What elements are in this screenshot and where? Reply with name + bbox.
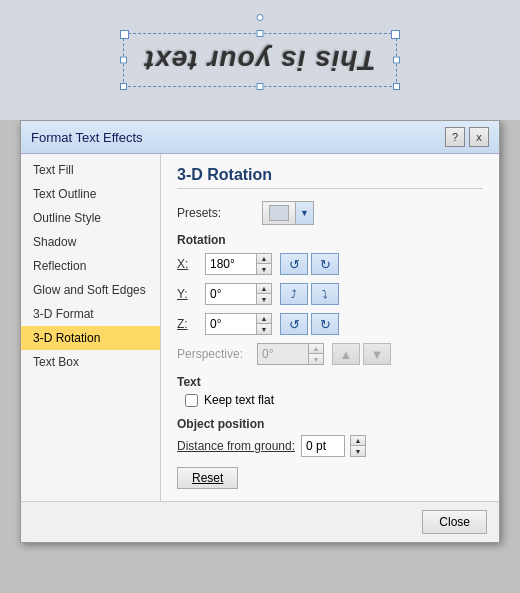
perspective-spin-down: ▼ [308, 354, 324, 365]
x-rotate-right-icon: ↻ [320, 257, 331, 272]
sidebar-item-text-outline[interactable]: Text Outline [21, 182, 160, 206]
perspective-input [257, 343, 309, 365]
sidebar-item-glow-soft-edges[interactable]: Glow and Soft Edges [21, 278, 160, 302]
rotation-section-label: Rotation [177, 233, 483, 247]
x-spin-down[interactable]: ▼ [256, 264, 272, 275]
perspective-btns: ▲ ▼ [332, 343, 391, 365]
perspective-label: Perspective: [177, 347, 257, 361]
handle-middle-right[interactable] [393, 57, 400, 64]
obj-position-label: Object position [177, 417, 483, 431]
dialog-titlebar: Format Text Effects ? x [21, 121, 499, 154]
x-rotate-left-icon: ↺ [289, 257, 300, 272]
z-rotate-btns: ↺ ↻ [280, 313, 339, 335]
handle-middle-left[interactable] [120, 57, 127, 64]
x-spin-buttons: ▲ ▼ [256, 253, 272, 275]
y-spin-buttons: ▲ ▼ [256, 283, 272, 305]
y-rotate-up-btn[interactable]: ⤴ [280, 283, 308, 305]
presets-label: Presets: [177, 206, 262, 220]
z-spin-up[interactable]: ▲ [256, 313, 272, 324]
handle-bottom-left[interactable] [120, 83, 127, 90]
z-label[interactable]: Z: [177, 317, 205, 331]
keep-text-flat-checkbox[interactable] [185, 394, 198, 407]
y-label[interactable]: Y: [177, 287, 205, 301]
x-label[interactable]: X: [177, 257, 205, 271]
help-button[interactable]: ? [445, 127, 465, 147]
presets-swatch [269, 205, 289, 221]
dropdown-arrow-icon: ▼ [300, 208, 309, 218]
handle-top[interactable] [257, 30, 264, 37]
sidebar-item-reflection[interactable]: Reflection [21, 254, 160, 278]
sidebar-item-shadow[interactable]: Shadow [21, 230, 160, 254]
reset-button[interactable]: Reset [177, 467, 238, 489]
sidebar-item-outline-style[interactable]: Outline Style [21, 206, 160, 230]
distance-input[interactable] [301, 435, 345, 457]
x-rotate-right-btn[interactable]: ↻ [311, 253, 339, 275]
object-position-section: Object position Distance from ground: ▲ … [177, 417, 483, 489]
handle-bottom-right[interactable] [393, 83, 400, 90]
sidebar-item-3d-rotation[interactable]: 3-D Rotation [21, 326, 160, 350]
keep-text-flat-label: Keep text flat [204, 393, 274, 407]
presets-button[interactable] [262, 201, 296, 225]
canvas-area: This is your text [0, 0, 520, 120]
presets-row: Presets: ▼ [177, 201, 483, 225]
y-input[interactable] [205, 283, 257, 305]
perspective-btn-down: ▼ [363, 343, 391, 365]
distance-label[interactable]: Distance from ground: [177, 439, 295, 453]
text-section-label: Text [177, 375, 483, 389]
perspective-btn-up: ▲ [332, 343, 360, 365]
text-preview-box: This is your text [123, 33, 397, 87]
distance-from-ground-row: Distance from ground: ▲ ▼ [177, 435, 483, 457]
x-rotate-btns: ↺ ↻ [280, 253, 339, 275]
format-text-effects-dialog: Format Text Effects ? x Text Fill Text O… [20, 120, 500, 543]
x-input[interactable] [205, 253, 257, 275]
sidebar-item-text-box[interactable]: Text Box [21, 350, 160, 374]
x-spin-up[interactable]: ▲ [256, 253, 272, 264]
y-rotation-row: Y: ▲ ▼ ⤴ ⤵ [177, 283, 483, 305]
distance-spin-down[interactable]: ▼ [350, 446, 366, 457]
distance-spin-buttons: ▲ ▼ [350, 435, 366, 457]
dialog-controls: ? x [445, 127, 489, 147]
handle-bottom[interactable] [257, 83, 264, 90]
perspective-spin-up: ▲ [308, 343, 324, 354]
dialog-title: Format Text Effects [31, 130, 143, 145]
text-preview: This is your text [144, 44, 376, 76]
y-spin-up[interactable]: ▲ [256, 283, 272, 294]
dialog-footer: Close [21, 501, 499, 542]
main-content: 3-D Rotation Presets: ▼ Rotation X: ▲ [161, 154, 499, 501]
rotate-handle[interactable] [257, 14, 264, 21]
z-spin-down[interactable]: ▼ [256, 324, 272, 335]
y-rotate-down-btn[interactable]: ⤵ [311, 283, 339, 305]
x-rotate-left-btn[interactable]: ↺ [280, 253, 308, 275]
z-spin-buttons: ▲ ▼ [256, 313, 272, 335]
section-title: 3-D Rotation [177, 166, 483, 189]
sidebar: Text Fill Text Outline Outline Style Sha… [21, 154, 161, 501]
perspective-row: Perspective: ▲ ▼ ▲ ▼ [177, 343, 483, 365]
y-spin-down[interactable]: ▼ [256, 294, 272, 305]
sidebar-item-text-fill[interactable]: Text Fill [21, 158, 160, 182]
sidebar-item-3d-format[interactable]: 3-D Format [21, 302, 160, 326]
footer-close-button[interactable]: Close [422, 510, 487, 534]
presets-dropdown-arrow[interactable]: ▼ [296, 201, 314, 225]
y-rotate-btns: ⤴ ⤵ [280, 283, 339, 305]
text-section: Text Keep text flat [177, 375, 483, 407]
dialog-close-button[interactable]: x [469, 127, 489, 147]
x-rotation-row: X: ▲ ▼ ↺ ↻ [177, 253, 483, 275]
z-input[interactable] [205, 313, 257, 335]
z-rotate-right-btn[interactable]: ↻ [311, 313, 339, 335]
keep-text-flat-row: Keep text flat [185, 393, 483, 407]
dialog-body: Text Fill Text Outline Outline Style Sha… [21, 154, 499, 501]
z-rotation-row: Z: ▲ ▼ ↺ ↻ [177, 313, 483, 335]
perspective-spin-buttons: ▲ ▼ [308, 343, 324, 365]
distance-spin-up[interactable]: ▲ [350, 435, 366, 446]
z-rotate-left-btn[interactable]: ↺ [280, 313, 308, 335]
